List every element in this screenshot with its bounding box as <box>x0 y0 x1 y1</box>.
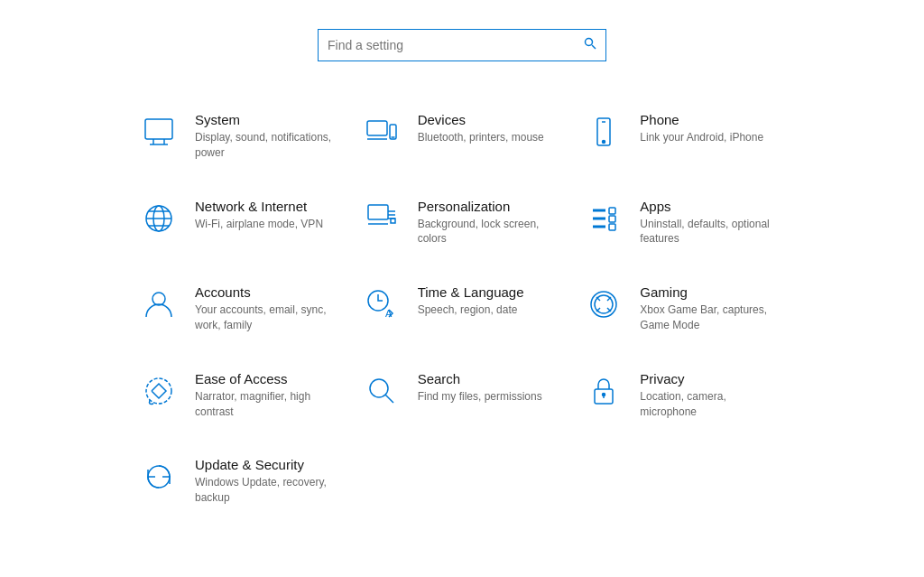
settings-desc-accounts: Your accounts, email, sync, work, family <box>195 302 333 333</box>
settings-text-personalization: Personalization Background, lock screen,… <box>418 197 556 247</box>
settings-text-time: Time & Language Speech, region, date <box>418 283 524 318</box>
settings-item-apps[interactable]: Apps Uninstall, defaults, optional featu… <box>573 181 796 267</box>
search-icon <box>360 369 403 413</box>
network-icon <box>137 197 180 240</box>
svg-line-42 <box>385 395 393 403</box>
settings-item-network[interactable]: Network & Internet Wi-Fi, airplane mode,… <box>128 181 351 267</box>
settings-desc-privacy: Location, camera, microphone <box>640 389 778 420</box>
settings-title-ease: Ease of Access <box>195 371 333 386</box>
settings-item-accounts[interactable]: Accounts Your accounts, email, sync, wor… <box>128 266 351 353</box>
devices-icon <box>360 110 403 154</box>
settings-desc-search: Find my files, permissions <box>418 389 542 405</box>
settings-desc-time: Speech, region, date <box>418 302 524 318</box>
svg-point-12 <box>603 141 605 144</box>
settings-desc-personalization: Background, lock screen, colors <box>418 217 556 247</box>
settings-title-system: System <box>195 112 333 127</box>
settings-text-accounts: Accounts Your accounts, email, sync, wor… <box>195 283 333 333</box>
settings-text-gaming: Gaming Xbox Game Bar, captures, Game Mod… <box>640 283 778 333</box>
settings-title-gaming: Gaming <box>640 284 778 300</box>
search-input[interactable] <box>328 38 580 52</box>
settings-text-system: System Display, sound, notifications, po… <box>195 110 333 161</box>
search-icon <box>584 37 596 53</box>
settings-title-update: Update & Security <box>195 457 333 472</box>
settings-text-devices: Devices Bluetooth, printers, mouse <box>418 110 544 145</box>
phone-icon <box>582 110 625 154</box>
settings-item-system[interactable]: System Display, sound, notifications, po… <box>128 94 351 181</box>
svg-point-45 <box>603 393 605 396</box>
settings-item-search[interactable]: Search Find my files, permissions <box>351 353 574 440</box>
settings-title-time: Time & Language <box>418 284 524 300</box>
svg-line-1 <box>592 45 596 49</box>
settings-item-gaming[interactable]: Gaming Xbox Game Bar, captures, Game Mod… <box>573 266 796 353</box>
settings-desc-devices: Bluetooth, printers, mouse <box>418 130 544 145</box>
settings-title-devices: Devices <box>418 112 544 127</box>
apps-icon <box>582 197 625 240</box>
settings-grid: System Display, sound, notifications, po… <box>56 94 868 526</box>
svg-rect-29 <box>609 224 615 230</box>
svg-point-0 <box>586 39 593 46</box>
settings-desc-system: Display, sound, notifications, power <box>195 130 333 161</box>
settings-desc-network: Wi-Fi, airplane mode, VPN <box>195 217 323 232</box>
settings-title-personalization: Personalization <box>418 199 556 214</box>
settings-item-update[interactable]: Update & Security Windows Update, recove… <box>128 439 351 526</box>
settings-text-phone: Phone Link your Android, iPhone <box>640 110 763 145</box>
ease-icon <box>137 369 180 413</box>
update-icon <box>137 455 180 498</box>
accounts-icon <box>137 283 180 326</box>
settings-desc-phone: Link your Android, iPhone <box>640 130 763 145</box>
settings-desc-apps: Uninstall, defaults, optional features <box>640 217 778 247</box>
svg-rect-2 <box>145 119 172 139</box>
settings-title-privacy: Privacy <box>640 371 778 386</box>
settings-item-ease[interactable]: Ease of Access Narrator, magnifier, high… <box>128 353 351 440</box>
system-icon <box>137 110 180 154</box>
settings-item-devices[interactable]: Devices Bluetooth, printers, mouse <box>351 94 574 181</box>
settings-item-time[interactable]: A Time & Language Speech, region, date <box>351 266 574 353</box>
settings-item-phone[interactable]: Phone Link your Android, iPhone <box>573 94 796 181</box>
settings-desc-gaming: Xbox Game Bar, captures, Game Mode <box>640 302 778 333</box>
settings-item-personalization[interactable]: Personalization Background, lock screen,… <box>351 181 574 267</box>
settings-text-update: Update & Security Windows Update, recove… <box>195 455 333 506</box>
svg-rect-6 <box>367 121 387 135</box>
settings-desc-update: Windows Update, recovery, backup <box>195 475 333 506</box>
settings-title-search: Search <box>418 371 542 386</box>
privacy-icon <box>582 369 625 413</box>
gaming-icon <box>582 283 625 326</box>
settings-title-phone: Phone <box>640 112 763 127</box>
settings-text-search: Search Find my files, permissions <box>418 369 542 405</box>
svg-rect-27 <box>609 216 615 222</box>
settings-text-apps: Apps Uninstall, defaults, optional featu… <box>640 197 778 247</box>
settings-title-network: Network & Internet <box>195 199 323 214</box>
time-icon: A <box>360 283 403 326</box>
settings-text-ease: Ease of Access Narrator, magnifier, high… <box>195 369 333 420</box>
search-bar[interactable] <box>318 29 606 61</box>
settings-title-accounts: Accounts <box>195 284 333 300</box>
svg-point-39 <box>146 378 171 404</box>
svg-point-30 <box>152 293 165 305</box>
settings-title-apps: Apps <box>640 199 778 214</box>
settings-text-privacy: Privacy Location, camera, microphone <box>640 369 778 420</box>
settings-text-network: Network & Internet Wi-Fi, airplane mode,… <box>195 197 323 232</box>
svg-rect-18 <box>368 205 388 219</box>
settings-item-privacy[interactable]: Privacy Location, camera, microphone <box>573 353 796 440</box>
personalization-icon <box>360 197 403 240</box>
settings-desc-ease: Narrator, magnifier, high contrast <box>195 389 333 420</box>
svg-rect-25 <box>609 208 615 214</box>
svg-text:A: A <box>385 308 393 319</box>
